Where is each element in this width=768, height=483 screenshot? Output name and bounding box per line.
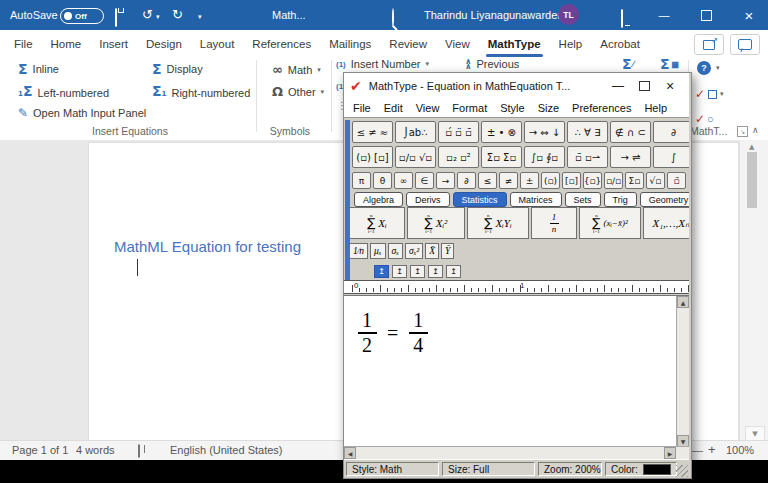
qat-customize-icon[interactable]: ▾ xyxy=(198,13,202,21)
tab-mailings[interactable]: Mailings xyxy=(329,38,371,50)
toolbar-handle[interactable] xyxy=(345,120,350,292)
insert-number-button[interactable]: (1) Insert Number ▾ xyxy=(336,58,429,70)
menu-style[interactable]: Style xyxy=(500,102,524,114)
ruler[interactable]: 0 1 xyxy=(344,280,689,294)
open-math-input-panel-button[interactable]: ✎ Open Math Input Panel xyxy=(18,106,146,120)
tab-design[interactable]: Design xyxy=(146,38,182,50)
scrollbar-down-button[interactable]: ▼ xyxy=(745,426,765,440)
align-equal-tab-button[interactable]: ↥ xyxy=(428,265,443,278)
align-left-tab-button[interactable]: ↥ xyxy=(374,265,389,278)
palette-fractions-radicals[interactable]: ▫∕▫ √▫ xyxy=(395,146,436,168)
tab-view[interactable]: View xyxy=(445,38,470,50)
scroll-up-button[interactable]: ▲ xyxy=(677,296,689,308)
tab-mathtype[interactable]: MathType xyxy=(488,38,541,50)
equation-vertical-scrollbar[interactable]: ▲ ▼ xyxy=(676,296,689,447)
palette-operators[interactable]: ± • ⊗ xyxy=(481,121,522,143)
template-one-over-n[interactable]: 1n xyxy=(531,207,577,239)
template-sigma-x[interactable]: σₓ xyxy=(388,243,403,259)
template-x-bar[interactable]: X̄ xyxy=(425,243,439,259)
mathtype-close-button[interactable]: × xyxy=(657,78,683,94)
tab-sets[interactable]: Sets xyxy=(565,192,601,207)
dialog-launcher-icon[interactable]: ↘ xyxy=(737,126,748,137)
symbol-plusminus[interactable]: ± xyxy=(520,172,539,189)
search-icon[interactable] xyxy=(392,8,394,27)
right-numbered-button[interactable]: Σ1 Right-numbered xyxy=(152,84,250,101)
share-button[interactable]: ↗ xyxy=(694,34,724,55)
palette-fences[interactable]: (▫) [▫] xyxy=(352,146,393,168)
palette-integrals[interactable]: ∫▫ ∮▫ xyxy=(524,146,565,168)
help-button[interactable]: ? ▾ xyxy=(697,61,720,75)
template-radical[interactable]: √▫ xyxy=(646,172,665,189)
symbol-arrow[interactable]: → xyxy=(436,172,455,189)
template-sum-xi-squared[interactable]: n∑i=1 Xᵢ² xyxy=(407,207,465,239)
tab-derivs[interactable]: Derivs xyxy=(406,192,450,207)
mathtype-check-button[interactable]: ✓ ▾ xyxy=(695,87,724,101)
menu-view[interactable]: View xyxy=(416,102,440,114)
close-button[interactable]: × xyxy=(733,0,765,30)
tab-references[interactable]: References xyxy=(252,38,311,50)
menu-help[interactable]: Help xyxy=(644,102,667,114)
palette-arrows[interactable]: → ⇔ ↓ xyxy=(524,121,565,143)
template-braces[interactable]: {▫} xyxy=(583,172,602,189)
menu-format[interactable]: Format xyxy=(452,102,487,114)
tab-trig[interactable]: Trig xyxy=(604,192,637,207)
left-numbered-button[interactable]: 1Σ Left-numbered xyxy=(18,84,109,101)
template-sigma-x-squared[interactable]: σₓ² xyxy=(405,243,423,259)
template-x1-to-xn[interactable]: X₁,…,Xₙ xyxy=(643,207,689,239)
tab-statistics[interactable]: Statistics xyxy=(453,192,507,207)
inline-equation-button[interactable]: Σ Inline xyxy=(18,62,59,76)
palette-sums[interactable]: Σ▫ Σ▫ xyxy=(481,146,522,168)
tab-layout[interactable]: Layout xyxy=(200,38,235,50)
document-scrollbar[interactable]: ▲ ▼ xyxy=(739,140,768,440)
palette-spaces-ellipses[interactable]: ⌡ab∴ xyxy=(395,121,436,143)
zoom-level[interactable]: 100% xyxy=(726,444,754,456)
template-brackets[interactable]: [▫] xyxy=(562,172,581,189)
save-icon[interactable] xyxy=(115,8,117,27)
template-fraction[interactable]: ▫∕▫ xyxy=(604,172,623,189)
math-symbols-button[interactable]: ∞ Math ▾ xyxy=(272,62,321,77)
other-symbols-button[interactable]: Ω Other ▾ xyxy=(272,84,324,99)
comments-button[interactable] xyxy=(730,34,760,55)
color-indicator[interactable]: Color: xyxy=(605,462,677,476)
autosave-toggle[interactable]: Off xyxy=(60,8,104,24)
symbol-pi[interactable]: π xyxy=(352,172,371,189)
previous-button[interactable]: ∧∧ Previous xyxy=(465,58,519,70)
zoom-indicator[interactable]: Zoom: 200% xyxy=(538,462,602,476)
menu-size[interactable]: Size xyxy=(538,102,559,114)
palette-embellishments[interactable]: ▫́ ▫̈ ▫̄ xyxy=(438,121,479,143)
resize-grip[interactable] xyxy=(676,465,688,477)
zoom-out-button[interactable]: — xyxy=(692,444,703,456)
palette-subscripts-superscripts[interactable]: ▫₂ ▫² xyxy=(438,146,479,168)
document-heading[interactable]: MathML Equation for testing xyxy=(114,238,301,255)
tab-help[interactable]: Help xyxy=(559,38,583,50)
align-center-tab-button[interactable]: ↥ xyxy=(392,265,407,278)
maximize-button[interactable] xyxy=(690,0,722,30)
equation-horizontal-scrollbar[interactable]: ◀ ▶ xyxy=(344,446,689,459)
tab-geometry[interactable]: Geometry xyxy=(640,192,689,207)
toggle-tex-button[interactable]: Σ ∕ xyxy=(622,57,634,71)
template-overbar[interactable]: ▫̄ xyxy=(667,172,686,189)
template-mu-x[interactable]: μₓ xyxy=(370,243,385,259)
palette-overbars[interactable]: ▫̄ ▫⇀ xyxy=(567,146,608,168)
equation-editing-area[interactable]: 1 2 = 1 4 ▲ ▼ xyxy=(344,295,689,446)
template-sum[interactable]: Σ▫ xyxy=(625,172,644,189)
menu-edit[interactable]: Edit xyxy=(384,102,403,114)
template-sum-xi[interactable]: n∑i=1 Xᵢ xyxy=(349,207,405,239)
undo-chevron-icon[interactable]: ▾ xyxy=(156,13,160,21)
scrollbar-thumb[interactable] xyxy=(747,152,757,208)
avatar[interactable]: TL xyxy=(558,4,579,25)
tab-insert[interactable]: Insert xyxy=(99,38,128,50)
template-y-bar[interactable]: Ȳ xyxy=(441,243,454,259)
collapse-ribbon-icon[interactable]: ∧ xyxy=(752,125,759,135)
symbol-element-of[interactable]: ∈ xyxy=(415,172,434,189)
undo-icon[interactable]: ↺ xyxy=(142,8,153,21)
palette-set-theory[interactable]: ∉ ∩ ⊂ xyxy=(610,121,651,143)
menu-file[interactable]: File xyxy=(353,102,371,114)
zoom-in-button[interactable]: + xyxy=(708,442,716,457)
template-sum-deviations[interactable]: n∑i=1 (xᵢ−x̄)² xyxy=(579,207,641,239)
format-equations-button[interactable]: Σ ▦ xyxy=(660,57,679,71)
size-indicator[interactable]: Size: Full xyxy=(442,462,535,476)
template-small-one-over-n[interactable]: 1∕n xyxy=(349,243,368,259)
ribbon-display-options-icon[interactable] xyxy=(621,9,623,28)
mathtype-titlebar[interactable]: ✔ MathType - Equation in MathEquation T.… xyxy=(344,73,689,99)
